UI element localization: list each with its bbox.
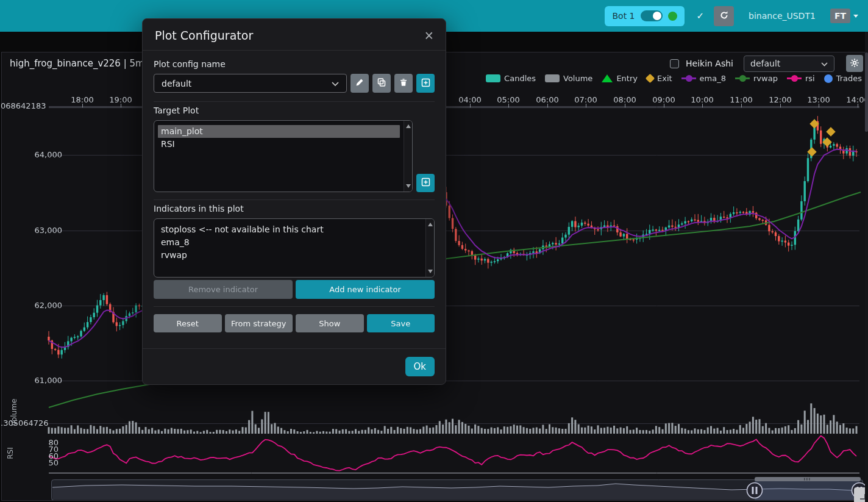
remove-indicator-button[interactable]: Remove indicator [154,280,293,299]
time-axis-label: 12:00 [762,95,799,104]
add-new-indicator-button[interactable]: Add new indicator [296,280,435,299]
price-axis-label: 64,000 [1,150,62,159]
bot-selector[interactable]: Bot 1 [605,6,684,26]
plus-square-icon [421,177,430,188]
config-name-label: Plot config name [154,59,435,69]
time-axis-label: 10:00 [684,95,720,104]
plot-settings-button[interactable] [846,55,863,72]
legend-label: Exit [657,74,672,83]
price-axis-label: 068642183 [1,101,46,110]
rename-config-button[interactable] [350,74,369,93]
page-scrollbar[interactable] [865,32,868,502]
rvwap-swatch-icon [735,77,750,79]
time-axis-label: 14:00 [839,95,868,104]
scroll-up-icon[interactable] [406,124,411,128]
reset-button[interactable]: Reset [154,314,222,332]
reload-icon [719,10,729,22]
volume-axis-label: .305064726 [1,418,49,428]
indicator-option[interactable]: stoploss <-- not available in this chart [158,223,422,236]
save-button[interactable]: Save [367,314,435,332]
trash-icon [399,78,408,88]
indicators-listbox[interactable]: stoploss <-- not available in this chart… [154,218,435,278]
bot-name-label: Bot 1 [612,11,635,21]
modal-footer: Ok [143,348,446,384]
time-axis-label: 06:00 [529,95,566,104]
time-axis-label: 04:00 [452,95,488,104]
scrollbar-thumb[interactable] [865,52,868,132]
scroll-down-icon[interactable] [406,184,411,188]
legend-item-Volume[interactable]: Volume [545,74,592,83]
time-axis-label: 07:00 [567,95,604,104]
legend-item-rsi[interactable]: rsi [787,74,815,83]
from-strategy-button[interactable]: From strategy [225,314,293,332]
plot-config-select[interactable]: default [744,56,834,72]
account-dropdown[interactable]: FT [830,9,858,23]
listbox-scrollbar[interactable] [404,121,412,192]
copy-icon [377,78,386,88]
target-plot-option[interactable]: main_plot [158,125,400,138]
target-plot-listbox[interactable]: main_plotRSI [154,120,413,192]
time-axis-label: 13:00 [800,95,837,104]
config-name-value: default [162,79,191,88]
plot-config-select-value: default [750,59,780,68]
price-axis-label: 61,000 [1,376,62,385]
listbox-scrollbar[interactable] [425,219,434,277]
modal-header: Plot Configurator × [143,19,446,50]
chart-title: high_frog_binance_v226 | 5m [10,58,144,69]
indicators-label: Indicators in this plot [154,204,435,213]
Volume-swatch-icon [545,74,560,82]
scroll-down-icon[interactable] [428,270,433,273]
price-axis-label: 63,000 [1,226,62,235]
plot-configurator-modal: Plot Configurator × Plot config name def… [142,18,446,385]
price-axis-label: 62,000 [1,301,62,310]
close-icon[interactable]: × [424,29,433,41]
pair-link[interactable]: binance_USDT1 [749,11,816,21]
indicator-option[interactable]: rvwap [158,249,422,262]
legend-item-ema_8[interactable]: ema_8 [681,74,726,83]
add-config-button[interactable] [416,74,435,93]
legend-item-Candles[interactable]: Candles [486,74,536,83]
check-icon[interactable]: ✓ [697,10,705,21]
time-axis-label: 19:00 [102,95,139,104]
legend-label: rsi [805,74,815,83]
config-name-select[interactable]: default [154,74,347,93]
ok-button[interactable]: Ok [405,357,435,376]
ema_8-swatch-icon [681,77,696,79]
legend-item-rvwap[interactable]: rvwap [735,74,778,83]
legend-label: Candles [504,74,536,83]
time-axis-label: 18:00 [64,95,101,104]
Exit-swatch-icon [646,74,655,84]
reload-button[interactable] [714,6,734,26]
chevron-down-icon [332,79,339,88]
add-plot-button[interactable] [416,174,435,192]
legend-item-Trades[interactable]: Trades [824,74,862,83]
chevron-down-icon [853,15,858,18]
volume-axis-title: Volume [10,394,18,431]
heikin-ashi-label: Heikin Ashi [686,59,733,68]
pencil-icon [355,78,364,88]
Trades-swatch-icon [824,74,833,83]
modal-body: Plot config name default [143,51,446,348]
modal-title: Plot Configurator [155,29,253,42]
indicator-option[interactable]: ema_8 [158,236,422,249]
scroll-up-icon[interactable] [428,223,433,226]
rsi-swatch-icon [787,77,802,79]
legend-item-Entry[interactable]: Entry [602,74,638,83]
bot-toggle[interactable] [641,10,663,21]
show-button[interactable]: Show [296,314,364,332]
time-axis-label: 08:00 [607,95,643,104]
delete-config-button[interactable] [394,74,413,93]
rsi-axis-title: RSI [6,444,15,462]
heikin-ashi-checkbox[interactable] [670,59,679,68]
ft-logo: FT [830,9,850,23]
chevron-down-icon [821,59,828,68]
target-plot-option[interactable]: RSI [158,138,400,151]
bot-online-indicator [668,12,677,21]
legend-item-Exit[interactable]: Exit [647,74,672,83]
legend-label: Entry [616,74,638,83]
time-axis-label: 05:00 [490,95,527,104]
legend-label: rvwap [753,74,778,83]
toggle-knob [653,12,661,20]
duplicate-config-button[interactable] [372,74,391,93]
gear-icon [850,58,859,70]
